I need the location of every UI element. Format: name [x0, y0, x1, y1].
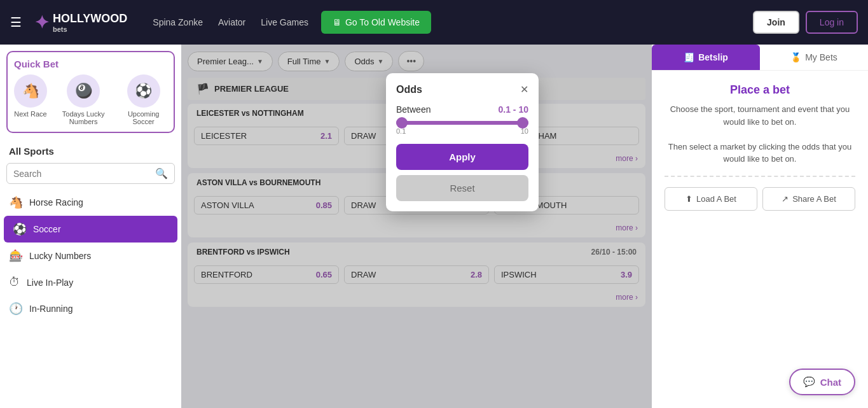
nav-spina-zonke[interactable]: Spina Zonke — [153, 17, 203, 27]
popup-header: Odds ✕ — [396, 83, 528, 95]
sidebar-item-horse-racing[interactable]: 🐴 Horse Racing — [0, 189, 181, 216]
nav-aviator[interactable]: Aviator — [218, 17, 245, 27]
slider-thumb-max[interactable] — [517, 117, 528, 129]
login-button[interactable]: Log in — [806, 11, 858, 34]
in-running-label: In-Running — [29, 304, 73, 314]
lucky-numbers-sport-label: Lucky Numbers — [29, 251, 91, 261]
sidebar-item-soccer[interactable]: ⚽ Soccer — [4, 216, 177, 243]
odds-popup: Odds ✕ Between 0.1 - 10 0.1 10 Apply Res… — [386, 73, 539, 211]
logo-main-text: HOLLYWOOD — [53, 12, 127, 25]
logo-sub-text: bets — [53, 25, 127, 33]
main-layout: Quick Bet 🐴 Next Race 🎱 Todays Lucky Num… — [0, 45, 868, 408]
quick-bet-title: Quick Bet — [14, 59, 167, 69]
quick-bet-lucky-numbers[interactable]: 🎱 Todays Lucky Numbers — [52, 74, 114, 125]
apply-button[interactable]: Apply — [396, 144, 528, 170]
load-bet-button[interactable]: ⬆ Load A Bet — [665, 187, 757, 211]
quick-bet-section: Quick Bet 🐴 Next Race 🎱 Todays Lucky Num… — [6, 51, 175, 133]
tab-my-bets[interactable]: 🏅 My Bets — [760, 45, 868, 70]
chat-label: Chat — [820, 377, 841, 388]
next-race-label: Next Race — [14, 110, 46, 118]
load-bet-label: Load A Bet — [696, 194, 736, 204]
betslip-icon: 🧾 — [684, 52, 694, 62]
lucky-numbers-sport-icon: 🎰 — [9, 249, 23, 263]
logo: ✦ HOLLYWOOD bets — [34, 12, 127, 33]
live-inplay-icon: ⏱ — [9, 276, 20, 289]
action-buttons: ⬆ Load A Bet ↗ Share A Bet — [665, 187, 855, 211]
soccer-icon: ⚽ — [127, 74, 160, 108]
load-icon: ⬆ — [685, 194, 692, 204]
search-input[interactable] — [13, 169, 151, 179]
in-running-icon: 🕐 — [9, 302, 23, 316]
share-bet-button[interactable]: ↗ Share A Bet — [762, 187, 855, 211]
header-right: Join Log in — [753, 11, 858, 34]
horse-racing-icon: 🐴 — [14, 74, 47, 108]
join-button[interactable]: Join — [753, 11, 799, 34]
popup-title: Odds — [396, 84, 422, 95]
sidebar-item-lucky-numbers[interactable]: 🎰 Lucky Numbers — [0, 243, 181, 269]
nav-links: Spina Zonke Aviator Live Games — [153, 17, 308, 27]
go-to-old-website-button[interactable]: 🖥 Go To Old Website — [321, 11, 431, 34]
reset-button[interactable]: Reset — [396, 175, 528, 201]
header: ☰ ✦ HOLLYWOOD bets Spina Zonke Aviator L… — [0, 0, 868, 45]
horse-racing-label: Horse Racing — [29, 197, 83, 208]
monitor-icon: 🖥 — [333, 17, 341, 27]
horse-racing-sport-icon: 🐴 — [9, 195, 23, 209]
lucky-numbers-icon: 🎱 — [67, 74, 100, 108]
tab-betslip[interactable]: 🧾 Betslip — [652, 45, 760, 70]
my-bets-icon: 🏅 — [790, 52, 801, 62]
share-bet-label: Share A Bet — [792, 194, 836, 204]
betslip-tab-label: Betslip — [698, 52, 728, 62]
between-label: Between — [396, 104, 431, 115]
search-icon: 🔍 — [155, 167, 168, 179]
place-bet-description: Choose the sport, tournament and event t… — [665, 103, 855, 165]
all-sports-title: All Sports — [0, 139, 181, 160]
soccer-label: Soccer — [33, 224, 61, 234]
lucky-numbers-label: Todays Lucky Numbers — [52, 110, 114, 125]
betslip-tabs: 🧾 Betslip 🏅 My Bets — [652, 45, 868, 71]
sidebar: Quick Bet 🐴 Next Race 🎱 Todays Lucky Num… — [0, 45, 181, 408]
my-bets-tab-label: My Bets — [805, 52, 837, 62]
chat-icon: 💬 — [803, 376, 815, 388]
nav-live-games[interactable]: Live Games — [261, 17, 308, 27]
upcoming-soccer-label: Upcoming Soccer — [120, 110, 167, 125]
between-row: Between 0.1 - 10 — [396, 104, 528, 115]
between-value: 0.1 - 10 — [499, 104, 528, 115]
betslip-panel: 🧾 Betslip 🏅 My Bets Place a bet Choose t… — [652, 45, 868, 408]
search-box[interactable]: 🔍 — [6, 163, 175, 184]
quick-bet-next-race[interactable]: 🐴 Next Race — [14, 74, 47, 125]
hamburger-menu[interactable]: ☰ — [10, 15, 22, 30]
logo-star-icon: ✦ — [34, 12, 49, 33]
content-area: Premier Leag... ▼ Full Time ▼ Odds ▼ •••… — [181, 45, 652, 408]
popup-close-button[interactable]: ✕ — [520, 83, 528, 95]
slider-track — [396, 121, 528, 125]
live-inplay-label: Live In-Play — [27, 278, 73, 288]
quick-bet-icons: 🐴 Next Race 🎱 Todays Lucky Numbers ⚽ Upc… — [14, 74, 167, 125]
slider-thumb-min[interactable] — [396, 117, 408, 129]
slider-labels: 0.1 10 — [396, 127, 528, 135]
sidebar-item-live-in-play[interactable]: ⏱ Live In-Play — [0, 269, 181, 295]
sidebar-item-in-running[interactable]: 🕐 In-Running — [0, 295, 181, 322]
chat-button[interactable]: 💬 Chat — [789, 369, 855, 395]
soccer-sport-icon: ⚽ — [13, 222, 27, 236]
quick-bet-upcoming-soccer[interactable]: ⚽ Upcoming Soccer — [120, 74, 167, 125]
place-bet-title: Place a bet — [665, 83, 855, 97]
odds-slider[interactable]: 0.1 10 — [396, 121, 528, 135]
share-icon: ↗ — [782, 194, 789, 204]
place-bet-area: Place a bet Choose the sport, tournament… — [652, 71, 868, 408]
dashed-divider — [665, 176, 855, 177]
